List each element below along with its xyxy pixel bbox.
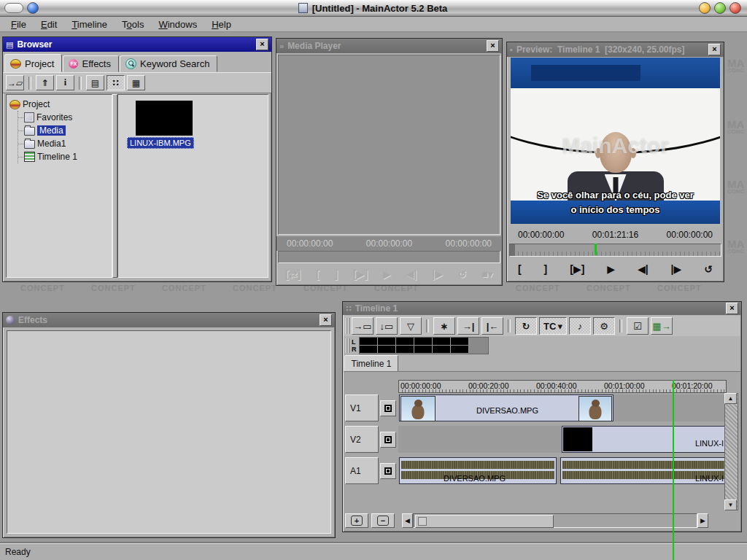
tab-effects[interactable]: FX Effects [63, 55, 119, 72]
overwrite-clip-button[interactable]: ↓▭ [376, 317, 398, 335]
track-enable-button[interactable] [380, 463, 396, 479]
prev-frame-button[interactable]: ◀| [638, 263, 649, 275]
maximize-button[interactable] [714, 2, 726, 14]
mark-in-button[interactable]: [ [316, 268, 320, 280]
loop-button[interactable]: ↺ [458, 268, 467, 280]
tree-item-media1[interactable]: Media1 [18, 137, 110, 150]
effects-titlebar[interactable]: Effects × [3, 313, 335, 327]
menu-tools[interactable]: Tools [115, 18, 150, 31]
play-in-out-button[interactable]: [▶] [570, 263, 584, 275]
prev-frame-button[interactable]: ◀| [406, 268, 417, 280]
menu-help[interactable]: Help [205, 18, 238, 31]
play-button[interactable]: ▶ [383, 268, 391, 280]
snap-right-button[interactable]: →| [457, 317, 479, 335]
minimize-pill-button[interactable] [4, 3, 23, 13]
shade-button[interactable] [699, 2, 711, 14]
media-thumbnail[interactable] [136, 101, 193, 136]
effects-title: Effects [18, 315, 47, 325]
view-thumbnails-button[interactable]: ∷ [107, 75, 125, 90]
audio-toggle-button[interactable]: ♪ [569, 317, 591, 335]
effects-sphere-icon [6, 316, 15, 324]
seekbar-thumb[interactable] [510, 244, 515, 256]
media-player-titlebar[interactable]: » Media Player × [276, 39, 502, 53]
tree-item-project[interactable]: Project [8, 98, 110, 111]
mark-in-button[interactable]: [ [518, 263, 522, 275]
meter-drag-handle[interactable] [346, 338, 349, 354]
window-titlebar[interactable]: [Untitled] - MainActor 5.2 Beta [0, 0, 747, 17]
vertical-scrollbar[interactable]: ▲ ▼ [724, 393, 738, 510]
close-icon[interactable]: × [320, 314, 332, 326]
close-icon[interactable]: × [708, 44, 721, 55]
menu-windows[interactable]: Windows [152, 18, 204, 31]
options-check-button[interactable]: ☑ [627, 317, 649, 335]
next-frame-button[interactable]: |▶ [671, 263, 682, 275]
close-window-button[interactable] [729, 2, 741, 14]
tree-item-timeline1[interactable]: Timeline 1 [18, 150, 110, 163]
scrollbar-thumb[interactable] [415, 515, 554, 528]
scroll-left-button[interactable]: ◀ [402, 513, 413, 528]
timecode-menu-button[interactable]: TC▾ [539, 317, 567, 335]
preview-titlebar[interactable]: ▪ Preview: Timeline 1 [320x240, 25.00fps… [507, 42, 724, 57]
tree-item-media[interactable]: Media [18, 124, 110, 137]
tab-project[interactable]: Project [4, 54, 62, 72]
tree-item-favorites[interactable]: Favorites [18, 111, 110, 124]
clip-diversao-audio[interactable]: DIVERSAO.MPG [399, 457, 557, 484]
timeline-ruler[interactable]: 00:00:00:00 00:00:20:00 00:00:40:00 00:0… [398, 380, 727, 393]
render-button[interactable]: ▦→ [651, 317, 673, 335]
import-media-button[interactable]: →▱ [6, 75, 24, 90]
timeline-titlebar[interactable]: ∷ Timeline 1 × [343, 302, 741, 315]
zoom-in-button[interactable]: + [345, 513, 368, 528]
split-clip-button[interactable]: ∗ [433, 317, 455, 335]
scroll-up-button[interactable]: ▲ [724, 393, 737, 404]
menu-file[interactable]: File [4, 18, 33, 31]
favorites-icon [24, 112, 34, 122]
mark-out-button[interactable]: ] [334, 268, 338, 280]
insert-clip-button[interactable]: →▭ [352, 317, 374, 335]
scroll-down-button[interactable]: ▼ [724, 499, 737, 510]
tab-keyword-search[interactable]: Keyword Search [120, 55, 217, 72]
play-in-out-button[interactable]: [▶] [353, 268, 368, 280]
loop-region-button[interactable]: [⇄] [285, 268, 301, 280]
loop-button[interactable]: ↺ [704, 263, 713, 275]
clip-diversao-video[interactable]: DIVERSAO.MPG [399, 394, 614, 421]
replace-clip-button[interactable]: ▽ [400, 317, 422, 335]
horizontal-scrollbar[interactable]: ◀ ▶ [402, 513, 708, 528]
folder-icon [24, 140, 35, 149]
timecode-current: 00:00:00:00 [366, 238, 412, 249]
close-icon[interactable]: × [256, 39, 268, 50]
scrub-mode-button[interactable]: ↻ [515, 317, 537, 335]
view-list-button[interactable]: ▤ [86, 75, 104, 90]
window-menu-button[interactable] [27, 2, 39, 14]
track-enable-button[interactable] [380, 400, 396, 416]
toolbar-drag-handle[interactable] [346, 318, 349, 334]
media-file-label[interactable]: LINUX-IBM.MPG [127, 137, 194, 149]
stop-button[interactable]: ■▾ [481, 268, 493, 280]
clip-linux-audio[interactable]: LINUX-I [560, 457, 727, 484]
timeline-playhead[interactable] [673, 380, 674, 560]
mark-out-button[interactable]: ] [544, 263, 548, 275]
view-details-button[interactable]: ▦ [127, 75, 145, 90]
close-icon[interactable]: × [726, 303, 738, 314]
menu-timeline[interactable]: Timeline [65, 18, 114, 31]
zoom-out-button[interactable]: − [371, 513, 395, 528]
media-info-button[interactable]: i [56, 75, 74, 90]
track-enable-button[interactable] [380, 432, 396, 448]
menu-edit[interactable]: Edit [34, 18, 63, 31]
preview-seekbar[interactable] [509, 244, 721, 257]
scrollbar-track[interactable] [413, 513, 697, 528]
play-button[interactable]: ▶ [607, 263, 615, 275]
snap-left-button[interactable]: |← [481, 317, 503, 335]
tree-splitter[interactable] [112, 94, 117, 278]
browser-titlebar[interactable]: ▤ Browser × [3, 37, 271, 52]
media-player-seekbar[interactable] [278, 251, 500, 263]
close-icon[interactable]: × [487, 40, 499, 52]
next-frame-button[interactable]: |▶ [432, 268, 443, 280]
media-player-panel: » Media Player × 00:00:00:00 00:00:00:00… [276, 38, 503, 286]
scroll-right-button[interactable]: ▶ [697, 513, 708, 528]
timeline-tab[interactable]: Timeline 1 [344, 355, 398, 373]
parent-folder-button[interactable]: ⇑ [36, 75, 54, 90]
settings-button[interactable]: ⚙ [593, 317, 615, 335]
seekbar-playhead[interactable] [595, 244, 597, 255]
clip-linux-video[interactable]: LINUX-I [562, 426, 727, 453]
concept-watermark: CONCEPT [516, 284, 560, 292]
